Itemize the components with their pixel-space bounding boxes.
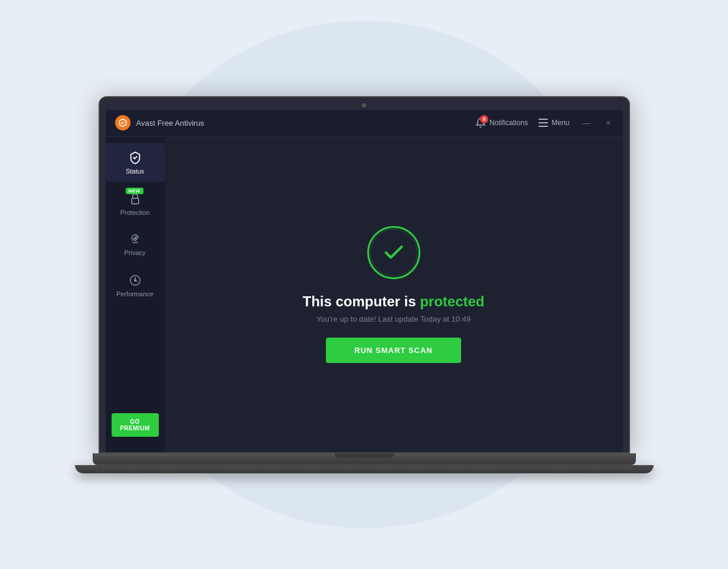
avast-logo-icon	[118, 118, 128, 127]
notification-badge: 8	[480, 115, 488, 123]
sidebar-item-protection[interactable]: NEW Protection	[106, 184, 165, 223]
app-window: Avast Free Antivirus 8 Notifications	[106, 110, 623, 452]
status-text-block: This computer is protected You're up to …	[302, 293, 484, 323]
new-badge: NEW	[126, 188, 143, 194]
sidebar-bottom: GO PREMIUM	[106, 404, 165, 446]
protection-lock-icon	[129, 192, 141, 205]
notifications-label: Notifications	[489, 119, 528, 127]
sidebar-protection-label: Protection	[120, 209, 150, 216]
privacy-fingerprint-icon	[129, 234, 142, 246]
svg-point-6	[134, 279, 136, 281]
status-subtitle: You're up to date! Last update Today at …	[302, 315, 484, 323]
performance-gauge-icon	[129, 274, 142, 287]
sidebar-privacy-label: Privacy	[124, 249, 145, 256]
go-premium-button[interactable]: GO PREMIUM	[112, 413, 159, 437]
laptop-bottom-bar	[75, 465, 654, 473]
headline-prefix: This computer is	[302, 293, 420, 309]
laptop-hinge	[335, 453, 394, 458]
menu-label: Menu	[551, 119, 569, 127]
camera-dot	[362, 103, 366, 107]
notifications-button[interactable]: 8 Notifications	[475, 117, 528, 128]
camera-notch	[106, 103, 623, 107]
title-bar: Avast Free Antivirus 8 Notifications	[106, 110, 623, 137]
avast-logo	[115, 115, 130, 130]
laptop-screen: Avast Free Antivirus 8 Notifications	[99, 96, 630, 453]
title-bar-actions: 8 Notifications Menu —	[475, 117, 613, 129]
sidebar-performance-label: Performance	[116, 290, 154, 297]
status-headline: This computer is protected	[302, 293, 484, 310]
headline-protected: protected	[420, 293, 484, 309]
svg-rect-3	[132, 198, 139, 204]
content-area: This computer is protected You're up to …	[165, 137, 623, 452]
sidebar: Status NEW Protection	[106, 137, 165, 452]
sidebar-item-status[interactable]: Status	[106, 143, 165, 182]
laptop-base	[93, 453, 636, 465]
hamburger-icon	[538, 119, 548, 127]
app-title: Avast Free Antivirus	[136, 119, 475, 127]
sidebar-item-privacy[interactable]: Privacy	[106, 225, 165, 263]
minimize-button[interactable]: —	[580, 117, 593, 129]
laptop: Avast Free Antivirus 8 Notifications	[75, 96, 654, 473]
sidebar-status-label: Status	[126, 168, 144, 175]
sidebar-item-performance[interactable]: Performance	[106, 266, 165, 305]
protected-status-circle	[367, 226, 420, 279]
status-icon	[129, 151, 142, 164]
run-smart-scan-button[interactable]: RUN SMART SCAN	[326, 338, 461, 363]
svg-point-4	[134, 237, 136, 239]
checkmark-icon	[382, 241, 406, 264]
main-area: Status NEW Protection	[106, 137, 623, 452]
svg-rect-0	[538, 119, 548, 120]
menu-button[interactable]: Menu	[538, 119, 569, 127]
notification-icon: 8	[475, 117, 486, 128]
svg-rect-2	[538, 126, 548, 127]
close-button[interactable]: ×	[603, 117, 613, 129]
svg-rect-1	[538, 122, 548, 123]
